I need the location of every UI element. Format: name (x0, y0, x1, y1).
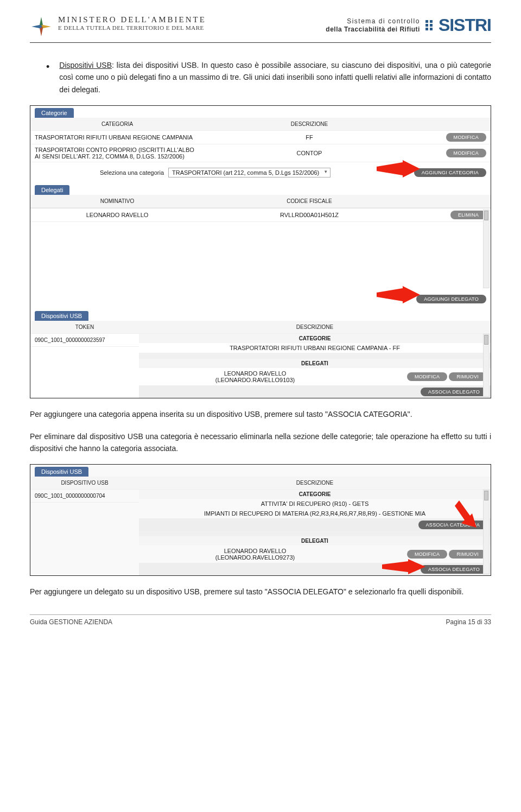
usb-delegato-user: (LEONARDO.RAVELLO9273) (143, 554, 367, 561)
scrollbar[interactable] (483, 334, 490, 397)
scrollbar[interactable] (483, 210, 490, 288)
sistri-logo: SISTRI (439, 15, 491, 35)
aggiungi-delegato-button[interactable]: AGGIUNGI DELEGATO (416, 295, 486, 303)
svg-marker-1 (377, 286, 420, 303)
red-arrow-icon (455, 500, 487, 528)
svg-marker-0 (377, 160, 420, 177)
cell-token: 090C_1001_0000000023597 (30, 335, 110, 345)
cell-token: 090C_1001_0000000000704 (30, 491, 110, 501)
cell-nominativo: LEONARDO RAVELLO (30, 210, 204, 220)
select-label: Seleziona una categoria (100, 169, 164, 176)
table-row: TRASPORTATORI CONTO PROPRIO (ISCRITTI AL… (30, 144, 491, 162)
modifica-button[interactable]: MODIFICA (407, 372, 447, 381)
aggiungi-categoria-button[interactable]: AGGIUNGI CATEGORIA (414, 168, 486, 177)
tab-categorie[interactable]: Categorie (35, 108, 74, 118)
page-footer: Guida GESTIONE AZIENDA Pagina 15 di 33 (30, 614, 491, 626)
rimuovi-button[interactable]: RIMUOVI (449, 372, 486, 381)
col-header-descrizione: DESCRIZIONE (139, 322, 491, 332)
footer-page-number: Pagina 15 di 33 (446, 618, 491, 626)
usb-categoria-value: TRASPORTATORI RIFIUTI URBANI REGIONE CAM… (139, 343, 491, 353)
cell-codicefiscale: RVLLRD00A01H501Z (204, 210, 415, 220)
cell-descrizione: CONTOP (204, 148, 415, 158)
table-row: LEONARDO RAVELLO RVLLRD00A01H501Z ELIMIN… (30, 208, 491, 222)
tab-dispositivi-usb[interactable]: Dispositivi USB (35, 311, 88, 321)
bullet-icon: • (46, 59, 49, 96)
usb-delegato-user: (LEONARDO.RAVELLO9103) (143, 377, 367, 383)
usb-categoria-value: IMPIANTI DI RECUPERO DI MATERIA (R2,R3,R… (139, 509, 491, 519)
col-header-descrizione: DESCRIZIONE (139, 478, 491, 488)
associa-delegato-button[interactable]: ASSOCIA DELEGATO (421, 565, 487, 574)
ministero-logo-icon (30, 15, 53, 38)
ministero-title: MINISTERO DELL'AMBIENTE (58, 15, 206, 24)
usb-delegati-header: DELEGATI (139, 536, 491, 545)
elimina-button[interactable]: ELIMINA (450, 211, 486, 219)
modifica-button[interactable]: MODIFICA (446, 149, 486, 157)
screenshot-1: Categorie CATEGORIA DESCRIZIONE TRASPORT… (30, 105, 491, 398)
footer-guide-title: Guida GESTIONE AZIENDA (30, 618, 112, 626)
page-header: MINISTERO DELL'AMBIENTE E DELLA TUTELA D… (30, 15, 491, 43)
sistri-tagline-2: della Tracciabilità dei Rifiuti (326, 26, 420, 33)
svg-marker-2 (455, 500, 476, 528)
red-arrow-icon (377, 160, 420, 182)
cell-categoria: TRASPORTATORI CONTO PROPRIO (ISCRITTI AL… (30, 144, 204, 162)
intro-label: Dispositivi USB (59, 61, 112, 69)
table-row: TRASPORTATORI RIFIUTI URBANI REGIONE CAM… (30, 131, 491, 144)
modifica-button[interactable]: MODIFICA (446, 133, 486, 142)
mid-paragraph-1: Per aggiungere una categoria appena inse… (30, 408, 491, 420)
usb-delegati-header: DELEGATI (139, 359, 491, 368)
intro-text: : lista dei dispositivi USB. In questo c… (59, 61, 491, 94)
screenshot-2: Dispositivi USB DISPOSITIVO USB 090C_100… (30, 464, 491, 576)
rimuovi-button[interactable]: RIMUOVI (449, 550, 486, 559)
col-header-codicefiscale: CODICE FISCALE (204, 196, 415, 206)
svg-marker-3 (382, 559, 425, 574)
usb-delegato-name: LEONARDO RAVELLO (143, 548, 367, 554)
col-header-descrizione: DESCRIZIONE (204, 119, 415, 129)
col-header-dispositivo: DISPOSITIVO USB (30, 478, 139, 488)
modifica-button[interactable]: MODIFICA (407, 550, 447, 559)
cell-descrizione: FF (204, 132, 415, 143)
sistri-tagline-1: Sistema di controllo (326, 17, 420, 25)
ministero-subtitle: E DELLA TUTELA DEL TERRITORIO E DEL MARE (58, 24, 206, 31)
sistri-dots-icon (425, 20, 433, 30)
category-select[interactable]: TRASPORTATORI (art 212, comma 5, D.Lgs 1… (168, 168, 331, 177)
cell-categoria: TRASPORTATORI RIFIUTI URBANI REGIONE CAM… (30, 132, 204, 143)
red-arrow-icon (377, 286, 420, 308)
scrollbar[interactable] (483, 490, 490, 574)
intro-paragraph: • Dispositivi USB: lista dei dispositivi… (46, 59, 491, 96)
usb-categorie-header: CATEGORIE (139, 490, 491, 499)
tab-dispositivi-usb[interactable]: Dispositivi USB (35, 467, 88, 477)
mid-paragraph-2: Per eliminare dal dispositivo USB una ca… (30, 430, 491, 455)
tab-delegati[interactable]: Delegati (35, 185, 69, 195)
usb-categoria-value: ATTIVITA' DI RECUPERO (R10) - GETS (139, 499, 491, 509)
col-header-categoria: CATEGORIA (30, 119, 204, 129)
usb-delegato-name: LEONARDO RAVELLO (143, 370, 367, 377)
usb-categorie-header: CATEGORIE (139, 334, 491, 343)
associa-delegato-button[interactable]: ASSOCIA DELEGATO (421, 388, 487, 396)
red-arrow-icon (382, 559, 425, 579)
col-header-nominativo: NOMINATIVO (30, 196, 204, 206)
last-paragraph: Per aggiungere un delegato su un disposi… (30, 586, 491, 598)
col-header-token: TOKEN (30, 322, 139, 332)
